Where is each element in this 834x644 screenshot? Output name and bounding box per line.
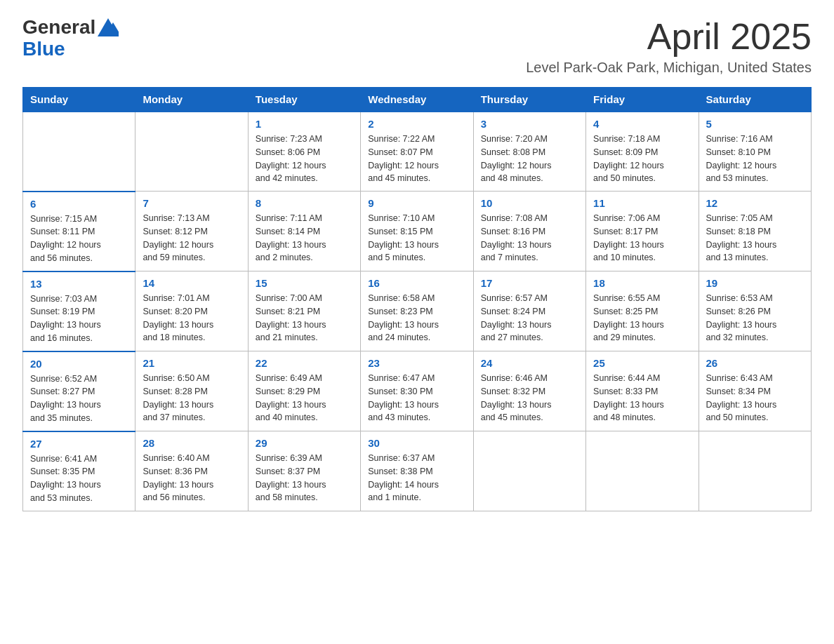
calendar-cell: 23Sunrise: 6:47 AMSunset: 8:30 PMDayligh… (361, 351, 473, 431)
day-info: Sunrise: 7:06 AMSunset: 8:17 PMDaylight:… (593, 212, 691, 264)
day-number: 26 (706, 357, 804, 369)
day-info: Sunrise: 6:50 AMSunset: 8:28 PMDaylight:… (143, 372, 240, 424)
day-info: Sunrise: 6:52 AMSunset: 8:27 PMDaylight:… (30, 373, 128, 425)
calendar-cell: 24Sunrise: 6:46 AMSunset: 8:32 PMDayligh… (473, 351, 585, 431)
calendar-week-row: 1Sunrise: 7:23 AMSunset: 8:06 PMDaylight… (23, 112, 812, 192)
calendar-cell: 1Sunrise: 7:23 AMSunset: 8:06 PMDaylight… (248, 112, 360, 192)
weekday-header-friday: Friday (586, 88, 699, 112)
weekday-header-saturday: Saturday (699, 88, 811, 112)
weekday-header-monday: Monday (135, 88, 248, 112)
day-number: 3 (481, 118, 578, 130)
day-number: 10 (481, 197, 578, 209)
calendar-cell: 8Sunrise: 7:11 AMSunset: 8:14 PMDaylight… (248, 192, 360, 271)
calendar-week-row: 27Sunrise: 6:41 AMSunset: 8:35 PMDayligh… (23, 431, 812, 511)
calendar-cell: 20Sunrise: 6:52 AMSunset: 8:27 PMDayligh… (23, 351, 135, 431)
day-info: Sunrise: 7:22 AMSunset: 8:07 PMDaylight:… (368, 133, 465, 185)
calendar-cell: 9Sunrise: 7:10 AMSunset: 8:15 PMDaylight… (361, 192, 473, 271)
calendar-cell: 30Sunrise: 6:37 AMSunset: 8:38 PMDayligh… (361, 431, 473, 511)
calendar-cell: 14Sunrise: 7:01 AMSunset: 8:20 PMDayligh… (135, 271, 248, 351)
day-info: Sunrise: 6:47 AMSunset: 8:30 PMDaylight:… (368, 372, 465, 424)
day-number: 13 (30, 278, 128, 290)
title-area: April 2025 Level Park-Oak Park, Michigan… (526, 17, 812, 76)
day-info: Sunrise: 7:03 AMSunset: 8:19 PMDaylight:… (30, 293, 128, 345)
day-info: Sunrise: 7:00 AMSunset: 8:21 PMDaylight:… (256, 292, 353, 344)
day-number: 18 (593, 277, 691, 289)
day-number: 28 (143, 437, 240, 449)
calendar-cell: 6Sunrise: 7:15 AMSunset: 8:11 PMDaylight… (23, 192, 135, 271)
day-number: 7 (143, 197, 240, 209)
day-number: 24 (481, 357, 578, 369)
day-info: Sunrise: 6:41 AMSunset: 8:35 PMDaylight:… (30, 452, 128, 505)
calendar-week-row: 20Sunrise: 6:52 AMSunset: 8:27 PMDayligh… (23, 351, 812, 431)
day-info: Sunrise: 6:46 AMSunset: 8:32 PMDaylight:… (481, 372, 578, 424)
month-title: April 2025 (526, 17, 812, 57)
day-info: Sunrise: 7:08 AMSunset: 8:16 PMDaylight:… (481, 212, 578, 264)
location-title: Level Park-Oak Park, Michigan, United St… (526, 60, 812, 76)
day-info: Sunrise: 7:05 AMSunset: 8:18 PMDaylight:… (706, 212, 804, 264)
weekday-header-row: SundayMondayTuesdayWednesdayThursdayFrid… (23, 88, 812, 112)
day-number: 14 (143, 277, 240, 289)
calendar-cell: 21Sunrise: 6:50 AMSunset: 8:28 PMDayligh… (135, 351, 248, 431)
calendar-cell: 4Sunrise: 7:18 AMSunset: 8:09 PMDaylight… (586, 112, 699, 192)
day-number: 25 (593, 357, 691, 369)
day-info: Sunrise: 7:23 AMSunset: 8:06 PMDaylight:… (256, 133, 353, 185)
calendar-cell: 26Sunrise: 6:43 AMSunset: 8:34 PMDayligh… (699, 351, 811, 431)
day-info: Sunrise: 7:13 AMSunset: 8:12 PMDaylight:… (143, 212, 240, 264)
day-info: Sunrise: 6:57 AMSunset: 8:24 PMDaylight:… (481, 292, 578, 344)
calendar-cell: 29Sunrise: 6:39 AMSunset: 8:37 PMDayligh… (248, 431, 360, 511)
day-number: 8 (256, 197, 353, 209)
calendar-cell: 7Sunrise: 7:13 AMSunset: 8:12 PMDaylight… (135, 192, 248, 271)
day-info: Sunrise: 7:20 AMSunset: 8:08 PMDaylight:… (481, 133, 578, 185)
calendar-cell: 16Sunrise: 6:58 AMSunset: 8:23 PMDayligh… (361, 271, 473, 351)
day-number: 15 (256, 277, 353, 289)
day-info: Sunrise: 6:53 AMSunset: 8:26 PMDaylight:… (706, 292, 804, 344)
day-info: Sunrise: 7:11 AMSunset: 8:14 PMDaylight:… (256, 212, 353, 264)
calendar-cell: 27Sunrise: 6:41 AMSunset: 8:35 PMDayligh… (23, 431, 135, 511)
day-number: 4 (593, 118, 691, 130)
day-number: 22 (256, 357, 353, 369)
weekday-header-wednesday: Wednesday (361, 88, 473, 112)
day-info: Sunrise: 7:01 AMSunset: 8:20 PMDaylight:… (143, 292, 240, 344)
weekday-header-sunday: Sunday (23, 88, 135, 112)
calendar-cell (699, 431, 811, 511)
day-info: Sunrise: 6:58 AMSunset: 8:23 PMDaylight:… (368, 292, 465, 344)
day-info: Sunrise: 6:44 AMSunset: 8:33 PMDaylight:… (593, 372, 691, 424)
calendar-cell: 17Sunrise: 6:57 AMSunset: 8:24 PMDayligh… (473, 271, 585, 351)
calendar-cell: 15Sunrise: 7:00 AMSunset: 8:21 PMDayligh… (248, 271, 360, 351)
calendar-week-row: 6Sunrise: 7:15 AMSunset: 8:11 PMDaylight… (23, 192, 812, 271)
calendar-cell: 5Sunrise: 7:16 AMSunset: 8:10 PMDaylight… (699, 112, 811, 192)
calendar-week-row: 13Sunrise: 7:03 AMSunset: 8:19 PMDayligh… (23, 271, 812, 351)
calendar-cell: 2Sunrise: 7:22 AMSunset: 8:07 PMDaylight… (361, 112, 473, 192)
calendar-cell: 12Sunrise: 7:05 AMSunset: 8:18 PMDayligh… (699, 192, 811, 271)
day-info: Sunrise: 7:15 AMSunset: 8:11 PMDaylight:… (30, 213, 128, 265)
day-info: Sunrise: 6:43 AMSunset: 8:34 PMDaylight:… (706, 372, 804, 424)
logo-general-text: General (22, 17, 95, 39)
day-number: 1 (256, 118, 353, 130)
calendar-cell: 3Sunrise: 7:20 AMSunset: 8:08 PMDaylight… (473, 112, 585, 192)
calendar-cell (135, 112, 248, 192)
day-info: Sunrise: 6:40 AMSunset: 8:36 PMDaylight:… (143, 452, 240, 504)
calendar-cell: 13Sunrise: 7:03 AMSunset: 8:19 PMDayligh… (23, 271, 135, 351)
calendar-table: SundayMondayTuesdayWednesdayThursdayFrid… (22, 87, 812, 511)
logo-text-block: GeneralBlue (22, 17, 119, 60)
day-info: Sunrise: 7:10 AMSunset: 8:15 PMDaylight:… (368, 212, 465, 264)
day-number: 19 (706, 277, 804, 289)
day-number: 27 (30, 438, 128, 450)
header: GeneralBlue April 2025 Level Park-Oak Pa… (22, 17, 812, 76)
calendar-cell: 19Sunrise: 6:53 AMSunset: 8:26 PMDayligh… (699, 271, 811, 351)
weekday-header-thursday: Thursday (473, 88, 585, 112)
day-number: 2 (368, 118, 465, 130)
day-number: 30 (368, 437, 465, 449)
day-info: Sunrise: 6:49 AMSunset: 8:29 PMDaylight:… (256, 372, 353, 424)
day-number: 17 (481, 277, 578, 289)
calendar-cell (586, 431, 699, 511)
calendar-cell: 18Sunrise: 6:55 AMSunset: 8:25 PMDayligh… (586, 271, 699, 351)
day-info: Sunrise: 6:55 AMSunset: 8:25 PMDaylight:… (593, 292, 691, 344)
logo-icon (98, 18, 119, 36)
calendar-cell: 22Sunrise: 6:49 AMSunset: 8:29 PMDayligh… (248, 351, 360, 431)
logo: GeneralBlue (22, 17, 119, 60)
calendar-cell (23, 112, 135, 192)
day-number: 5 (706, 118, 804, 130)
day-info: Sunrise: 7:16 AMSunset: 8:10 PMDaylight:… (706, 133, 804, 185)
day-number: 20 (30, 358, 128, 370)
